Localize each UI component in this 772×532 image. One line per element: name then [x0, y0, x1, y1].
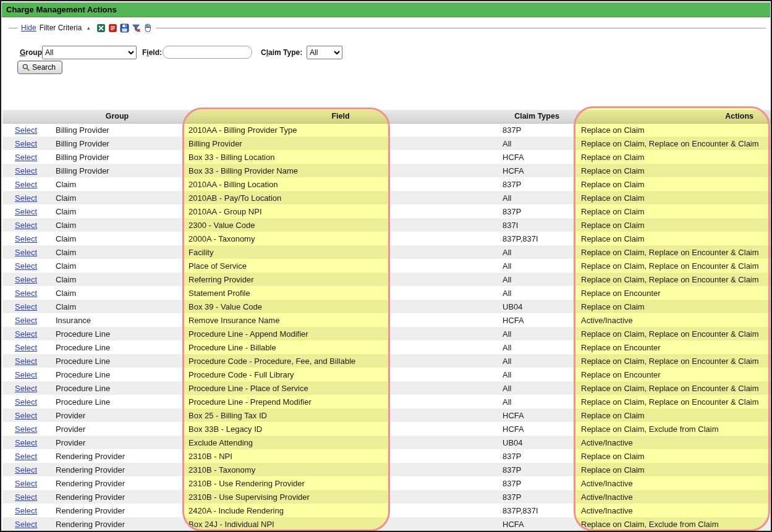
- hide-filter-link[interactable]: Hide: [21, 23, 36, 32]
- table-body: Select Billing Provider 2010AA - Billing…: [2, 123, 772, 531]
- table-row: Select Billing Provider Box 33 - Billing…: [2, 164, 772, 177]
- select-link[interactable]: Select: [15, 316, 37, 325]
- cell-claim-types: 837P,837I: [498, 504, 576, 517]
- select-link[interactable]: Select: [15, 506, 37, 515]
- select-link[interactable]: Select: [15, 438, 37, 447]
- table-row: Select Rendering Provider 2310B - Taxono…: [2, 463, 772, 476]
- cell-field: Box 24J - Individual NPI: [184, 517, 498, 531]
- cell-group: Procedure Line: [51, 381, 184, 395]
- header-group[interactable]: Group: [51, 110, 184, 123]
- cell-field: 2010AA - Billing Provider Type: [184, 123, 498, 137]
- cell-group: Billing Provider: [51, 150, 184, 164]
- cell-field: Procedure Line - Append Modifier: [184, 327, 498, 340]
- cell-actions: Replace on Claim, Replace on Encounter &…: [576, 245, 772, 259]
- field-input[interactable]: [163, 46, 252, 59]
- cell-actions: Replace on Encounter: [576, 286, 772, 300]
- cell-group: Billing Provider: [51, 164, 184, 177]
- select-link[interactable]: Select: [15, 166, 37, 175]
- select-link[interactable]: Select: [15, 207, 37, 216]
- cell-actions: Replace on Claim: [576, 150, 772, 164]
- export-excel-icon[interactable]: [96, 23, 106, 33]
- select-link[interactable]: Select: [15, 180, 37, 189]
- cell-field: Procedure Line - Billable: [184, 340, 498, 354]
- table-row: Select Provider Box 33B - Legacy ID HCFA…: [2, 422, 772, 436]
- select-link[interactable]: Select: [15, 520, 37, 529]
- select-link[interactable]: Select: [15, 411, 37, 420]
- table-row: Select Claim Statement Profile All Repla…: [2, 286, 772, 300]
- cell-group: Claim: [51, 259, 184, 272]
- table-row: Select Rendering Provider 2310B - NPI 83…: [2, 449, 772, 463]
- table-row: Select Claim 2010AB - Pay/To Location Al…: [2, 191, 772, 205]
- table-row: Select Claim 2300 - Value Code 837I Repl…: [2, 218, 772, 232]
- cell-claim-types: All: [498, 259, 576, 272]
- group-select[interactable]: All: [42, 46, 137, 59]
- cell-field: Remove Insurance Name: [184, 313, 498, 327]
- cell-actions: Replace on Claim, Replace on Encounter &…: [576, 137, 772, 150]
- select-link[interactable]: Select: [15, 289, 37, 298]
- cell-group: Billing Provider: [51, 137, 184, 150]
- pan-hand-icon[interactable]: [143, 23, 153, 33]
- select-link[interactable]: Select: [15, 492, 37, 502]
- cell-actions: Replace on Claim: [576, 191, 772, 205]
- select-link[interactable]: Select: [15, 302, 37, 311]
- collapse-arrow-icon[interactable]: ▲: [85, 25, 92, 31]
- search-button[interactable]: Search: [17, 61, 62, 74]
- cell-claim-types: 837P: [498, 205, 576, 218]
- cell-group: Rendering Provider: [51, 463, 184, 476]
- select-link[interactable]: Select: [15, 384, 37, 393]
- select-link[interactable]: Select: [15, 248, 37, 257]
- table-row: Select Claim Facility All Replace on Cla…: [2, 245, 772, 259]
- table-row: Select Procedure Line Procedure Line - P…: [2, 381, 772, 395]
- cell-claim-types: All: [498, 368, 576, 381]
- select-link[interactable]: Select: [15, 465, 37, 475]
- select-link[interactable]: Select: [15, 125, 37, 135]
- select-link[interactable]: Select: [15, 221, 37, 230]
- select-link[interactable]: Select: [15, 479, 37, 488]
- select-link[interactable]: Select: [15, 193, 37, 203]
- cell-claim-types: 837P: [498, 123, 576, 137]
- field-label: Field:: [142, 48, 162, 57]
- cell-group: Claim: [51, 218, 184, 232]
- cell-claim-types: UB04: [498, 300, 576, 313]
- select-link[interactable]: Select: [15, 329, 37, 339]
- select-link[interactable]: Select: [15, 357, 37, 366]
- export-pdf-icon[interactable]: [108, 23, 117, 33]
- cell-actions: Replace on Claim, Replace on Encounter &…: [576, 272, 772, 286]
- table-row: Select Claim Referring Provider All Repl…: [2, 272, 772, 286]
- select-link[interactable]: Select: [15, 139, 37, 148]
- select-link[interactable]: Select: [15, 397, 37, 407]
- cell-actions: Active/Inactive: [576, 476, 772, 490]
- select-link[interactable]: Select: [15, 343, 37, 352]
- table-row: Select Procedure Line Procedure Code - F…: [2, 368, 772, 381]
- select-link[interactable]: Select: [15, 261, 37, 271]
- save-icon[interactable]: [120, 23, 129, 33]
- cell-claim-types: All: [498, 395, 576, 408]
- header-actions[interactable]: Actions: [576, 110, 772, 123]
- table-row: Select Billing Provider Box 33 - Billing…: [2, 150, 772, 164]
- table-row: Select Provider Box 25 - Billing Tax ID …: [2, 408, 772, 422]
- divider-line: [9, 28, 18, 28]
- table-row: Select Provider Exclude Attending UB04 A…: [2, 436, 772, 449]
- select-link[interactable]: Select: [15, 234, 37, 243]
- clear-filter-icon[interactable]: [132, 23, 141, 33]
- select-link[interactable]: Select: [15, 424, 37, 434]
- cell-claim-types: HCFA: [498, 408, 576, 422]
- claim-type-select[interactable]: All: [307, 46, 342, 59]
- cell-group: Provider: [51, 436, 184, 449]
- cell-claim-types: 837P: [498, 449, 576, 463]
- cell-field: 2000A - Taxonomy: [184, 232, 498, 245]
- select-link[interactable]: Select: [15, 275, 37, 284]
- header-claim-types[interactable]: Claim Types: [498, 110, 576, 123]
- select-link[interactable]: Select: [15, 370, 37, 379]
- cell-group: Claim: [51, 286, 184, 300]
- cell-group: Rendering Provider: [51, 504, 184, 517]
- cell-field: Procedure Line - Prepend Modifier: [184, 395, 498, 408]
- select-link[interactable]: Select: [15, 153, 37, 162]
- header-field[interactable]: Field: [184, 110, 498, 123]
- table-row: Select Claim 2000A - Taxonomy 837P,837I …: [2, 232, 772, 245]
- cell-field: Box 33 - Billing Location: [184, 150, 498, 164]
- cell-actions: Replace on Claim, Replace on Encounter &…: [576, 259, 772, 272]
- cell-claim-types: HCFA: [498, 164, 576, 177]
- cell-claim-types: All: [498, 191, 576, 205]
- select-link[interactable]: Select: [15, 452, 37, 461]
